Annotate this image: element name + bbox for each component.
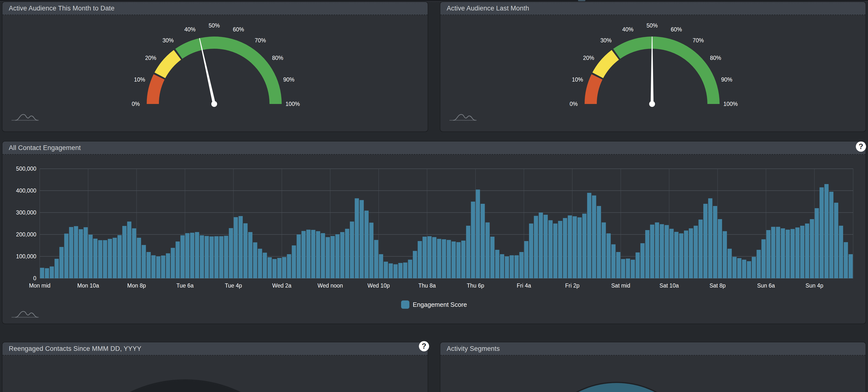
bar[interactable]	[176, 241, 180, 278]
bar[interactable]	[200, 235, 204, 278]
bar[interactable]	[776, 227, 780, 279]
bar[interactable]	[45, 268, 49, 278]
bar[interactable]	[664, 225, 669, 278]
bar[interactable]	[210, 236, 214, 278]
bar[interactable]	[650, 225, 654, 279]
bar[interactable]	[602, 223, 606, 279]
bar[interactable]	[190, 233, 194, 278]
bar[interactable]	[466, 226, 470, 278]
bar[interactable]	[74, 226, 78, 278]
bar[interactable]	[442, 239, 446, 278]
bar[interactable]	[273, 259, 277, 278]
bar[interactable]	[326, 237, 330, 278]
bar[interactable]	[268, 257, 272, 278]
bar[interactable]	[553, 224, 557, 278]
bar[interactable]	[258, 249, 262, 279]
bar[interactable]	[495, 250, 499, 278]
bar[interactable]	[544, 215, 548, 278]
bar[interactable]	[457, 242, 461, 279]
bar[interactable]	[713, 206, 717, 278]
bar[interactable]	[723, 231, 727, 279]
bar[interactable]	[350, 222, 354, 278]
bar[interactable]	[519, 252, 523, 278]
bar[interactable]	[790, 229, 795, 279]
bar[interactable]	[389, 263, 393, 278]
bar[interactable]	[660, 224, 664, 278]
bar[interactable]	[59, 247, 64, 278]
bar[interactable]	[815, 208, 819, 278]
bar[interactable]	[122, 226, 126, 278]
bar[interactable]	[161, 255, 165, 278]
bar[interactable]	[684, 231, 688, 278]
bar[interactable]	[534, 216, 538, 279]
bar[interactable]	[480, 204, 485, 278]
activity-segments-pie-chart[interactable]	[440, 356, 866, 392]
bar[interactable]	[524, 241, 528, 278]
bar[interactable]	[93, 239, 97, 278]
bar[interactable]	[384, 262, 388, 278]
bar[interactable]	[311, 230, 315, 278]
bar[interactable]	[592, 196, 596, 278]
bar[interactable]	[607, 233, 611, 279]
bar[interactable]	[403, 262, 407, 278]
bar[interactable]	[321, 233, 325, 278]
bar[interactable]	[118, 235, 122, 278]
bar[interactable]	[762, 239, 766, 278]
bar[interactable]	[282, 257, 286, 278]
bar[interactable]	[292, 246, 296, 278]
bar[interactable]	[694, 226, 698, 278]
bar[interactable]	[703, 204, 707, 278]
bar[interactable]	[418, 241, 422, 278]
bar[interactable]	[636, 253, 640, 278]
bar[interactable]	[819, 188, 824, 279]
bar[interactable]	[142, 245, 146, 278]
bar[interactable]	[379, 254, 383, 278]
bar[interactable]	[180, 235, 184, 278]
bar[interactable]	[287, 254, 291, 278]
bar[interactable]	[611, 244, 616, 279]
chart-legend[interactable]: Engagement Score	[2, 300, 866, 309]
bar[interactable]	[674, 232, 678, 278]
bar[interactable]	[423, 237, 427, 278]
bar[interactable]	[147, 252, 151, 278]
bar[interactable]	[243, 223, 248, 278]
bar[interactable]	[461, 240, 465, 278]
bar[interactable]	[539, 213, 543, 278]
bar[interactable]	[253, 242, 257, 278]
engagement-bar-chart[interactable]: 0100,000200,000300,000400,000500,000Mon …	[2, 155, 866, 324]
bar-series-engagement-score[interactable]	[40, 184, 852, 278]
bar[interactable]	[195, 232, 199, 278]
bar[interactable]	[224, 236, 228, 278]
bar[interactable]	[364, 210, 368, 278]
bar[interactable]	[185, 233, 189, 278]
bar[interactable]	[108, 239, 112, 278]
bar[interactable]	[113, 238, 117, 279]
bar[interactable]	[345, 229, 349, 278]
bar[interactable]	[437, 239, 441, 278]
bar[interactable]	[263, 253, 267, 278]
bar[interactable]	[335, 234, 339, 278]
bar[interactable]	[839, 226, 843, 278]
bar[interactable]	[239, 216, 243, 278]
bar[interactable]	[558, 221, 562, 278]
bar[interactable]	[447, 240, 451, 279]
bar[interactable]	[413, 251, 417, 279]
bar[interactable]	[360, 200, 364, 278]
bar[interactable]	[597, 206, 601, 278]
bar[interactable]	[727, 249, 732, 279]
bar[interactable]	[432, 237, 436, 278]
bar[interactable]	[355, 198, 359, 279]
bar[interactable]	[205, 236, 209, 278]
bar[interactable]	[50, 266, 54, 278]
bar[interactable]	[277, 258, 281, 278]
bar[interactable]	[616, 252, 620, 278]
bar[interactable]	[800, 226, 804, 278]
bar[interactable]	[89, 235, 93, 278]
bar[interactable]	[408, 260, 412, 279]
bar[interactable]	[655, 223, 659, 279]
bar[interactable]	[578, 218, 582, 278]
reengaged-pie-chart[interactable]	[2, 356, 428, 392]
bar[interactable]	[587, 193, 591, 278]
bar[interactable]	[297, 234, 301, 278]
bar[interactable]	[563, 218, 567, 279]
